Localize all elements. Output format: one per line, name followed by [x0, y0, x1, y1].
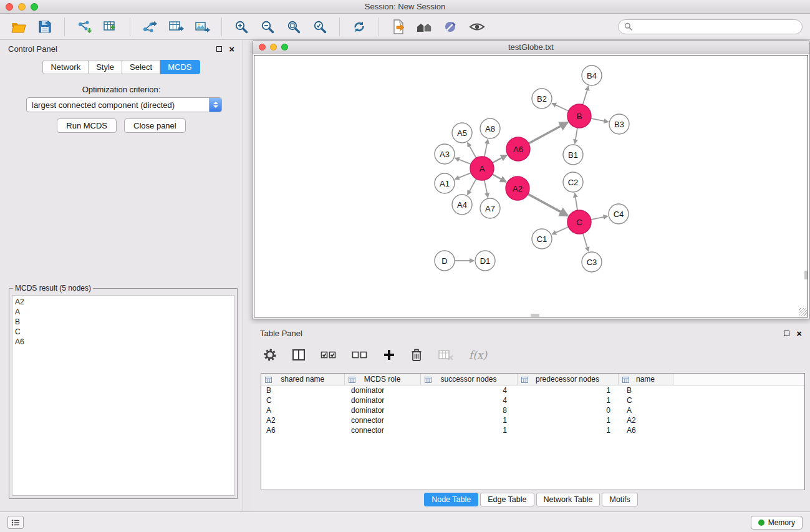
tab-mcds[interactable]: MCDS	[160, 60, 200, 74]
edge-A-A2[interactable]	[493, 174, 506, 181]
edge-C-C2[interactable]	[575, 193, 577, 210]
mcds-result-item[interactable]: A6	[15, 337, 231, 347]
tab-network[interactable]: Network	[42, 60, 89, 74]
edge-A6-B[interactable]	[529, 122, 568, 143]
zoom-out-icon[interactable]	[256, 16, 279, 37]
close-panel-button[interactable]: Close panel	[124, 118, 186, 133]
column-header-shared-name[interactable]: shared name	[261, 374, 344, 385]
node-A4[interactable]: A4	[452, 195, 472, 215]
node-D1[interactable]: D1	[475, 251, 495, 271]
edge-B-B4[interactable]	[583, 86, 589, 105]
edge-C-C3[interactable]	[583, 233, 589, 251]
node-A7[interactable]: A7	[480, 198, 500, 218]
node-B[interactable]: B	[567, 104, 591, 128]
tab-motifs[interactable]: Motifs	[602, 493, 637, 506]
node-A6[interactable]: A6	[506, 137, 530, 161]
table-row[interactable]: A6connector11A6	[261, 425, 804, 435]
run-mcds-button[interactable]: Run MCDS	[57, 118, 117, 133]
import-table-icon[interactable]	[99, 16, 122, 37]
edge-C-C1[interactable]	[552, 227, 568, 235]
node-C1[interactable]: C1	[532, 229, 552, 249]
network-close-button[interactable]	[259, 44, 266, 51]
tab-select[interactable]: Select	[122, 60, 160, 74]
table-row[interactable]: Cdominator41C	[261, 395, 804, 405]
table-row[interactable]: A2connector11A2	[261, 415, 804, 425]
node-C[interactable]: C	[567, 210, 591, 234]
table-settings-gear-icon[interactable]	[263, 347, 277, 363]
task-history-button[interactable]	[7, 516, 24, 529]
zoom-in-icon[interactable]	[230, 16, 253, 37]
network-maximize-button[interactable]	[281, 44, 288, 51]
edge-A-A8[interactable]	[485, 140, 488, 157]
edge-A-A7[interactable]	[485, 180, 488, 198]
edge-A-A1[interactable]	[455, 173, 471, 179]
tab-network-table[interactable]: Network Table	[536, 493, 600, 506]
import-network-icon[interactable]	[73, 16, 95, 37]
column-header-predecessor-nodes[interactable]: predecessor nodes	[517, 374, 618, 385]
node-C3[interactable]: C3	[582, 252, 602, 272]
column-header-name[interactable]: name	[618, 374, 673, 385]
node-A1[interactable]: A1	[435, 173, 455, 193]
node-A3[interactable]: A3	[435, 144, 455, 164]
table-row[interactable]: Bdominator41B	[261, 385, 804, 395]
node-C4[interactable]: C4	[609, 204, 629, 224]
column-header-successor-nodes[interactable]: successor nodes	[420, 374, 517, 385]
table-row[interactable]: Adominator80A	[261, 405, 804, 415]
node-B3[interactable]: B3	[609, 114, 629, 134]
mcds-result-item[interactable]: B	[15, 317, 231, 327]
edge-C-C4[interactable]	[591, 216, 608, 220]
node-B4[interactable]: B4	[582, 65, 602, 85]
memory-button[interactable]: Memory	[751, 516, 803, 530]
mcds-result-item[interactable]: A2	[15, 297, 231, 307]
function-builder-icon[interactable]: f(x)	[469, 347, 487, 363]
edge-A-A6[interactable]	[493, 155, 507, 163]
show-details-eye-icon[interactable]	[466, 16, 488, 37]
open-folder-icon[interactable]	[7, 16, 30, 37]
edge-A-A3[interactable]	[455, 158, 471, 164]
save-session-icon[interactable]	[34, 16, 56, 37]
zoom-fit-icon[interactable]	[282, 16, 305, 37]
node-C2[interactable]: C2	[563, 172, 583, 192]
optimization-dropdown[interactable]: largest connected component (directed)	[26, 97, 222, 112]
clear-selection-icon[interactable]	[352, 347, 368, 363]
export-image-icon[interactable]	[191, 16, 213, 37]
float-panel-icon[interactable]	[216, 46, 222, 52]
resize-grip-icon[interactable]	[799, 308, 807, 316]
edge-A2-C[interactable]	[528, 194, 568, 216]
node-A[interactable]: A	[470, 157, 494, 180]
dropdown-stepper-icon[interactable]	[209, 97, 221, 112]
node-B1[interactable]: B1	[563, 145, 583, 165]
column-header-MCDS-role[interactable]: MCDS role	[344, 374, 420, 385]
delete-table-icon[interactable]	[438, 347, 454, 363]
show-columns-icon[interactable]	[292, 347, 306, 363]
delete-rows-trash-icon[interactable]	[410, 347, 423, 363]
mcds-result-list[interactable]: A2ABCA6	[12, 295, 234, 496]
network-canvas[interactable]: B4B2BB3A8A5A6B1A3AC2A1A2A4A7C4CC1C3DD1	[254, 55, 808, 317]
node-B2[interactable]: B2	[532, 89, 552, 109]
network-minimize-button[interactable]	[270, 44, 277, 51]
tab-style[interactable]: Style	[89, 60, 122, 74]
float-table-panel-icon[interactable]	[784, 331, 789, 336]
close-window-button[interactable]	[6, 3, 13, 11]
select-all-icon[interactable]	[321, 347, 337, 363]
search-input[interactable]	[635, 22, 796, 31]
export-network-icon[interactable]	[138, 16, 161, 37]
page-export-icon[interactable]	[387, 16, 410, 37]
network-overview-icon[interactable]	[413, 16, 436, 37]
tab-node-table[interactable]: Node Table	[424, 493, 478, 506]
edge-A-A4[interactable]	[468, 179, 476, 195]
annotation-icon[interactable]	[440, 16, 462, 37]
add-row-icon[interactable]	[383, 347, 395, 363]
search-box[interactable]	[618, 19, 803, 34]
node-A5[interactable]: A5	[452, 123, 472, 143]
edge-B-B1[interactable]	[575, 128, 577, 143]
maximize-window-button[interactable]	[31, 3, 38, 11]
close-table-panel-icon[interactable]: ×	[796, 329, 802, 338]
tab-edge-table[interactable]: Edge Table	[480, 493, 534, 506]
mcds-result-item[interactable]: C	[15, 327, 231, 337]
export-table-icon[interactable]	[165, 16, 187, 37]
node-A8[interactable]: A8	[480, 118, 500, 138]
mcds-result-item[interactable]: A	[15, 307, 231, 317]
zoom-selected-icon[interactable]	[309, 16, 331, 37]
refresh-view-icon[interactable]	[348, 16, 370, 37]
